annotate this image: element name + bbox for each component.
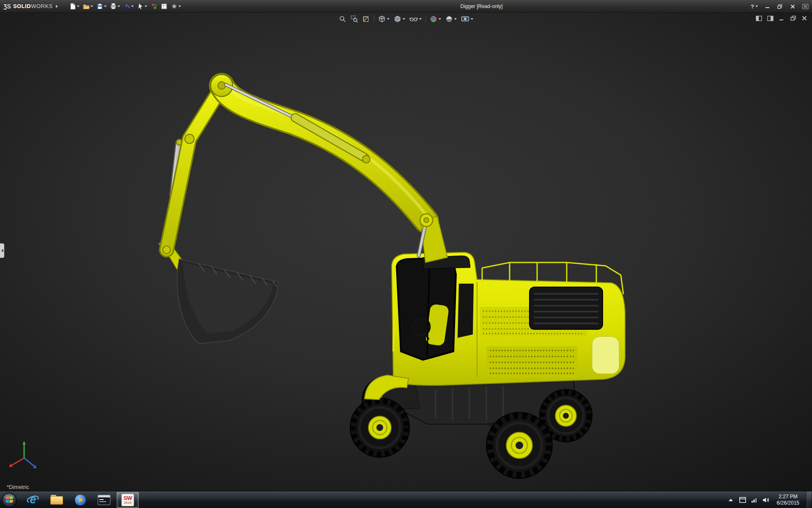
document-title: Digger [Read-only] — [461, 3, 503, 9]
network-icon — [751, 497, 758, 503]
clock-time: 2:27 PM — [777, 494, 799, 500]
pane-left-button[interactable] — [754, 15, 763, 22]
toolbar-separator — [425, 16, 426, 22]
document-window-controls — [754, 15, 809, 22]
dropdown-caret[interactable] — [118, 6, 120, 7]
taskbar-file-explorer[interactable] — [46, 492, 68, 508]
dropdown-caret[interactable] — [131, 6, 134, 7]
restore-icon — [790, 16, 796, 21]
viewport-3d[interactable]: *Dimetric — [0, 13, 812, 491]
document-minimize-button[interactable] — [777, 15, 786, 22]
stick-arm[interactable] — [163, 87, 222, 254]
wheel-front-right[interactable] — [486, 412, 552, 478]
boom-arm[interactable] — [211, 75, 426, 221]
taskbar-clock[interactable]: 2:27 PM 6/26/2015 — [774, 494, 802, 506]
print-button[interactable] — [109, 2, 121, 11]
boom-cylinder[interactable] — [226, 85, 370, 163]
chevron-left-icon — [1, 249, 3, 252]
minimize-icon — [779, 16, 784, 21]
display-style-icon — [394, 15, 401, 23]
display-style-button[interactable] — [392, 14, 406, 24]
new-document-button[interactable] — [68, 2, 81, 11]
help-icon: ? — [751, 3, 754, 10]
solidworks-app-icon: SW 2015 — [121, 494, 134, 506]
wheel-front-left[interactable] — [350, 398, 409, 457]
featuremanager-collapsed-tab[interactable] — [0, 243, 4, 258]
chevron-up-icon — [729, 499, 733, 501]
document-close-button[interactable] — [800, 15, 809, 22]
view-orientation-label: *Dimetric — [7, 484, 29, 490]
options-gear-icon — [171, 3, 178, 10]
appearance-sphere-icon — [430, 15, 437, 23]
volume-button[interactable] — [763, 496, 770, 504]
app-window-icon — [98, 495, 110, 505]
bucket[interactable] — [177, 259, 278, 344]
titlebar-controls: ? — [749, 0, 810, 13]
restore-button[interactable] — [775, 3, 785, 10]
dropdown-caret[interactable] — [439, 18, 441, 20]
taskbar-command-window[interactable] — [93, 492, 115, 508]
select-button[interactable] — [136, 2, 148, 11]
cab-side-window — [458, 284, 474, 338]
dassault-logo-icon: ƷS — [3, 3, 11, 10]
edit-appearance-button[interactable] — [428, 14, 442, 24]
solidworks-logo[interactable]: ƷS SOLIDWORKS — [0, 0, 62, 12]
zoom-to-area-button[interactable] — [349, 14, 359, 24]
taskbar-internet-explorer[interactable]: e — [22, 492, 44, 508]
dropdown-caret[interactable] — [755, 6, 758, 7]
options-button[interactable] — [170, 2, 182, 11]
zoom-to-fit-button[interactable] — [337, 14, 348, 24]
dropdown-caret[interactable] — [419, 18, 422, 20]
menu-expand-icon[interactable] — [56, 5, 58, 8]
close-icon — [802, 16, 807, 21]
toolbar-separator — [374, 16, 374, 22]
document-restore-button[interactable] — [789, 15, 797, 22]
new-document-icon — [69, 3, 76, 10]
titlebar: ƷS SOLIDWORKS — [0, 0, 812, 13]
brand-bold: SOLID — [13, 3, 31, 9]
view-settings-button[interactable] — [460, 14, 475, 24]
section-view-button[interactable] — [361, 14, 371, 24]
network-button[interactable] — [751, 496, 758, 504]
start-button[interactable] — [0, 491, 19, 508]
dropdown-caret[interactable] — [471, 18, 473, 20]
internet-explorer-icon: e — [27, 494, 39, 506]
file-properties-icon — [161, 3, 167, 10]
close-icon — [790, 4, 795, 9]
dropdown-caret[interactable] — [91, 6, 93, 7]
view-settings-icon — [461, 15, 469, 23]
undo-button[interactable] — [122, 2, 135, 11]
engine-vent — [529, 287, 603, 329]
minimize-button[interactable] — [762, 3, 772, 10]
help-button[interactable]: ? — [749, 3, 760, 11]
rebuild-icon — [151, 3, 157, 10]
taskbar-solidworks[interactable]: SW 2015 — [117, 492, 139, 508]
hide-show-items-button[interactable] — [408, 14, 423, 24]
apply-scene-button[interactable] — [444, 14, 458, 24]
taskbar-media-player[interactable] — [69, 492, 91, 508]
dropdown-caret[interactable] — [454, 18, 457, 20]
dropdown-caret[interactable] — [178, 6, 181, 7]
open-button[interactable] — [82, 2, 94, 11]
close-app-button[interactable] — [800, 3, 810, 10]
show-desktop-button[interactable] — [806, 491, 811, 508]
tray-app-button[interactable] — [739, 496, 746, 504]
save-button[interactable] — [95, 2, 108, 11]
headsup-toolbar — [337, 14, 475, 24]
tray-expand-button[interactable] — [727, 496, 735, 504]
file-properties-button[interactable] — [159, 2, 169, 11]
dropdown-caret[interactable] — [77, 6, 80, 7]
dropdown-caret[interactable] — [104, 6, 107, 7]
orientation-triad — [5, 440, 44, 476]
rebuild-button[interactable] — [149, 2, 159, 11]
close-button[interactable] — [787, 3, 798, 10]
clock-date: 6/26/2015 — [777, 500, 799, 506]
dropdown-caret[interactable] — [387, 18, 390, 20]
view-orientation-button[interactable] — [377, 14, 391, 24]
excavator-model[interactable] — [0, 13, 812, 491]
dropdown-caret[interactable] — [145, 6, 147, 7]
pane-right-button[interactable] — [766, 15, 774, 22]
save-icon — [96, 3, 103, 10]
dropdown-caret[interactable] — [403, 18, 405, 20]
section-view-icon — [362, 15, 370, 23]
